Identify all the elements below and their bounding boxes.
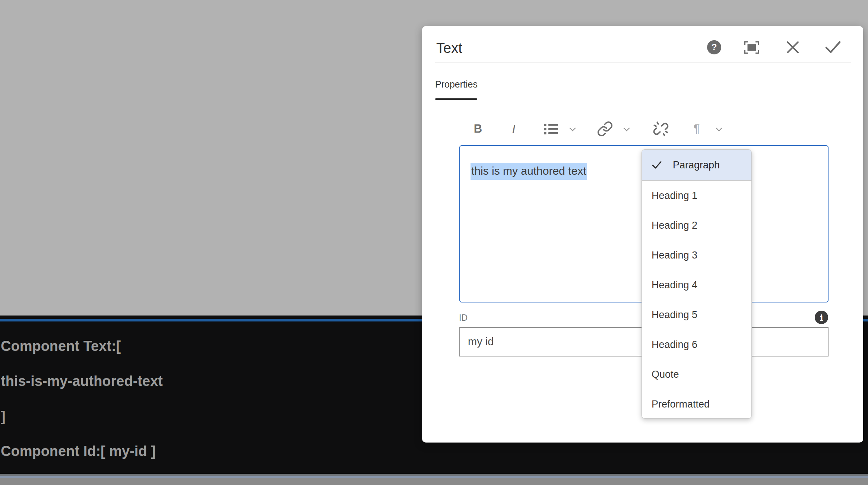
format-option-label: Paragraph <box>673 159 720 171</box>
link-icon <box>597 121 613 137</box>
tab-properties[interactable]: Properties <box>435 79 478 90</box>
bullet-list-button[interactable] <box>541 118 561 139</box>
link-button[interactable] <box>595 118 615 139</box>
fullscreen-icon <box>744 41 759 54</box>
format-option-heading-5[interactable]: Heading 5 <box>642 300 751 330</box>
bullet-list-icon <box>544 123 558 134</box>
check-icon <box>825 41 841 54</box>
paragraph-format-dropdown-button[interactable] <box>714 118 724 139</box>
component-text-label: Component Text:[ <box>1 338 121 354</box>
tab-active-underline <box>435 98 477 100</box>
chevron-down-icon <box>716 125 722 131</box>
help-button[interactable]: ? <box>706 39 722 55</box>
screen: Component Text:[ this-is-my-authored-tex… <box>0 0 868 485</box>
paragraph-format-button[interactable]: ¶ <box>686 118 707 139</box>
fullscreen-button[interactable] <box>744 39 760 55</box>
italic-button[interactable]: I <box>503 118 524 139</box>
close-icon <box>786 41 799 54</box>
page-bottom-bar <box>0 478 868 485</box>
component-id-line: Component Id:[ my-id ] <box>1 443 156 459</box>
format-option-paragraph[interactable]: Paragraph <box>642 150 751 181</box>
format-option-quote[interactable]: Quote <box>642 359 751 389</box>
id-input-value: my id <box>468 336 494 348</box>
format-option-heading-4[interactable]: Heading 4 <box>642 270 751 300</box>
format-option-heading-6[interactable]: Heading 6 <box>642 330 751 359</box>
unlink-button[interactable] <box>650 118 671 139</box>
bold-button[interactable]: B <box>468 118 488 139</box>
format-option-preformatted[interactable]: Preformatted <box>642 389 751 419</box>
chevron-down-icon <box>624 125 630 131</box>
cancel-button[interactable] <box>785 39 801 55</box>
component-text-bracket: ] <box>1 409 6 424</box>
info-icon[interactable]: i <box>815 311 828 324</box>
unlink-icon <box>652 120 669 137</box>
format-dropdown-menu: Paragraph Heading 1 Heading 2 Heading 3 … <box>642 149 752 419</box>
format-option-heading-1[interactable]: Heading 1 <box>642 181 751 210</box>
title-divider <box>435 62 851 63</box>
id-field-label: ID <box>459 313 468 323</box>
link-dropdown-button[interactable] <box>621 118 632 139</box>
dialog-title: Text <box>436 39 462 57</box>
selected-text: this is my authored text <box>471 163 587 180</box>
format-option-heading-2[interactable]: Heading 2 <box>642 210 751 240</box>
format-option-heading-3[interactable]: Heading 3 <box>642 240 751 270</box>
editor-text-line: this is my authored text <box>471 164 587 178</box>
component-text-value: this-is-my-authored-text <box>1 373 163 389</box>
text-component-dialog: Text ? Properties B I <box>422 26 863 443</box>
chevron-down-icon <box>570 125 576 131</box>
selected-check-icon <box>652 161 662 169</box>
help-icon: ? <box>707 40 721 54</box>
bullet-list-dropdown-button[interactable] <box>567 118 578 139</box>
confirm-button[interactable] <box>825 39 841 55</box>
